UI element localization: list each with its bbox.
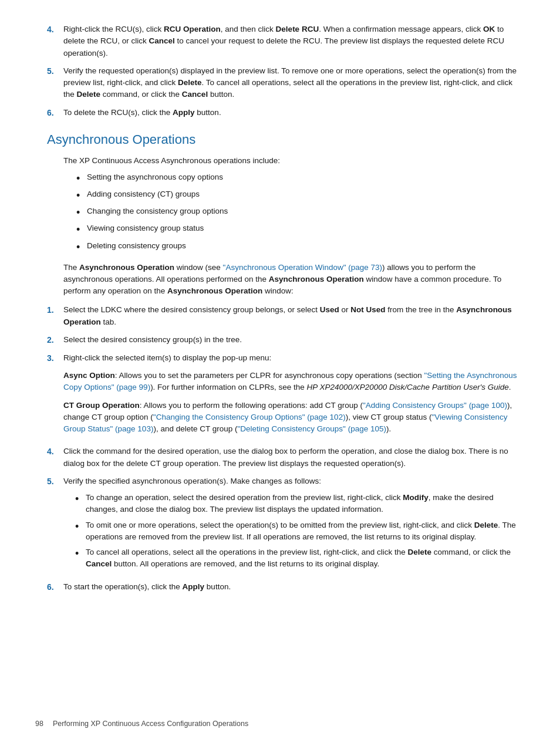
bullet-item-3: •Changing the consistency group options	[76, 205, 525, 220]
async-bullet-list: •Setting the asynchronous copy options •…	[76, 171, 525, 255]
inner-bullet-dot-3: •	[75, 546, 86, 561]
async-step-num-6: 6.	[47, 581, 63, 593]
async-step-num-2: 2.	[47, 334, 63, 346]
async-step-1: 1. Select the LDKC where the desired con…	[47, 304, 525, 328]
changing-cg-link[interactable]: "Changing the Consistency Group Options"…	[153, 413, 346, 421]
step-4-content: Right-click the RCU(s), click RCU Operat…	[63, 23, 525, 59]
async-step-3: 3. Right-click the selected item(s) to d…	[47, 352, 525, 440]
bullet-dot-1: •	[76, 171, 87, 186]
async-bullet-change: • To change an operation, select the des…	[75, 492, 525, 516]
step-num-6: 6.	[47, 107, 63, 119]
async-step-3-content: Right-click the selected item(s) to disp…	[63, 352, 525, 440]
adding-cg-link[interactable]: "Adding Consistency Groups" (page 100)	[363, 401, 507, 410]
async-window-link[interactable]: "Asynchronous Operation Window" (page 73…	[223, 263, 382, 272]
rcu-step-4: 4. Right-click the RCU(s), click RCU Ope…	[47, 23, 525, 59]
async-step-4-content: Click the command for the desired operat…	[63, 445, 525, 470]
async-step-2-content: Select the desired consistency group(s) …	[63, 334, 525, 346]
rcu-step-6: 6. To delete the RCU(s), click the Apply…	[47, 107, 525, 119]
async-step-6: 6. To start the operation(s), click the …	[47, 581, 525, 593]
bullet-dot-2: •	[76, 188, 87, 203]
step-5-content: Verify the requested operation(s) displa…	[63, 65, 525, 101]
async-step-4: 4. Click the command for the desired ope…	[47, 445, 525, 470]
step-num-5: 5.	[47, 65, 63, 101]
step-num-4: 4.	[47, 23, 63, 59]
async-step-1-content: Select the LDKC where the desired consis…	[63, 304, 525, 328]
async-bullet-omit: • To omit one or more operations, select…	[75, 519, 525, 544]
bullet-item-2: •Adding consistency (CT) groups	[76, 188, 525, 203]
async-step-5: 5. Verify the specified asynchronous ope…	[47, 475, 525, 575]
deleting-cg-link[interactable]: "Deleting Consistency Groups" (page 105)	[237, 424, 386, 433]
inner-bullet-dot-1: •	[75, 492, 86, 507]
section-heading: Asynchronous Operations	[47, 130, 525, 149]
bullet-dot-4: •	[76, 222, 87, 237]
footer-text: Performing XP Continuous Access Configur…	[53, 718, 248, 730]
bullet-dot-3: •	[76, 205, 87, 220]
rcu-steps-list: 4. Right-click the RCU(s), click RCU Ope…	[47, 23, 525, 119]
async-desc: The Asynchronous Operation window (see "…	[63, 262, 525, 298]
async-bullet-cancel: • To cancel all operations, select all t…	[75, 546, 525, 571]
async-step-5-bullets: • To change an operation, select the des…	[75, 492, 525, 571]
bullet-dot-5: •	[76, 240, 87, 255]
async-step-2: 2. Select the desired consistency group(…	[47, 334, 525, 346]
bullet-item-1: •Setting the asynchronous copy options	[76, 171, 525, 186]
footer-page-num: 98	[35, 718, 43, 730]
async-step-5-content: Verify the specified asynchronous operat…	[63, 475, 525, 575]
step-6-content: To delete the RCU(s), click the Apply bu…	[63, 107, 525, 119]
async-option-block: Async Option: Allows you to set the para…	[63, 370, 525, 394]
footer: 98 Performing XP Continuous Access Confi…	[0, 718, 560, 730]
async-steps-list: 1. Select the LDKC where the desired con…	[47, 304, 525, 593]
inner-bullet-dot-2: •	[75, 519, 86, 534]
async-step-num-3: 3.	[47, 352, 63, 440]
ct-group-operation-label: CT Group Operation	[63, 401, 140, 410]
async-step-num-4: 4.	[47, 445, 63, 470]
bullet-item-5: •Deleting consistency groups	[76, 240, 525, 255]
async-step-6-content: To start the operation(s), click the App…	[63, 581, 525, 593]
rcu-step-5: 5. Verify the requested operation(s) dis…	[47, 65, 525, 101]
async-step-num-1: 1.	[47, 304, 63, 328]
async-step-num-5: 5.	[47, 475, 63, 575]
intro-text: The XP Continuous Access Asynchronous op…	[63, 155, 525, 167]
bullet-item-4: •Viewing consistency group status	[76, 222, 525, 237]
async-option-label: Async Option	[63, 371, 115, 380]
ct-group-operation-block: CT Group Operation: Allows you to perfor…	[63, 400, 525, 436]
